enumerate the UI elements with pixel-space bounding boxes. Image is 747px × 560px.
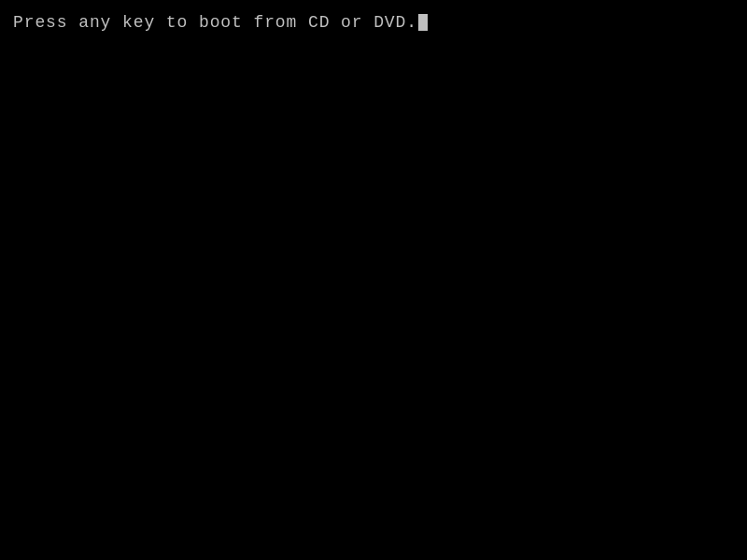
cursor-blink — [418, 14, 428, 31]
boot-message: Press any key to boot from CD or DVD. — [13, 11, 428, 35]
boot-text: Press any key to boot from CD or DVD. — [13, 13, 417, 32]
boot-screen: Press any key to boot from CD or DVD. — [0, 0, 747, 560]
